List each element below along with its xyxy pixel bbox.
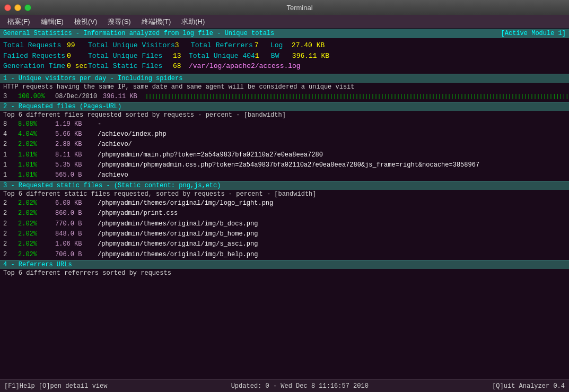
size-s2-2: 5.66 KB — [55, 130, 98, 139]
table-row: 8 8.08% 1.19 KB - — [0, 119, 569, 129]
menu-bar: 檔案(F) 編輯(E) 檢視(V) 搜尋(S) 終端機(T) 求助(H) — [0, 15, 569, 29]
section2-title: 2 - Requested files (Pages-URL) — [3, 103, 121, 110]
section2-desc: Top 6 different files requested sorted b… — [0, 111, 569, 119]
title-bar: Terminal — [0, 0, 569, 15]
vis-count-1: 3 — [3, 93, 18, 100]
size-s2-4: 8.11 KB — [55, 151, 98, 160]
active-module: [Active Module 1] — [501, 30, 566, 37]
size-s2-6: 565.0 B — [55, 171, 98, 180]
status-center: Updated: 0 - Wed Dec 8 11:16:57 2010 — [231, 382, 369, 390]
pct-s2-5: 1.01% — [18, 161, 55, 170]
visitor-row-1: 3 100.00% 08/Dec/2010 396.11 KB ||||||||… — [3, 92, 566, 101]
vis-size-1: 396.11 KB — [103, 93, 145, 100]
pct-s2-3: 2.02% — [18, 140, 55, 149]
general-stats-header: General Statistics - Information analyze… — [0, 29, 569, 38]
section3-data: 2 2.02% 6.00 KB /phpmyadmin/themes/origi… — [0, 198, 569, 260]
general-stats-title: General Statistics - Information analyze… — [3, 30, 274, 37]
section1-data: 3 100.00% 08/Dec/2010 396.11 KB ||||||||… — [0, 91, 569, 102]
status-right: [Q]uit Analyzer 0.4 — [492, 382, 565, 390]
size-s3-6: 706.0 B — [55, 250, 98, 259]
window-title: Terminal — [34, 4, 565, 12]
count-s3-2: 2 — [3, 209, 18, 218]
pct-s3-3: 2.02% — [18, 220, 55, 229]
table-row: 1 1.01% 5.35 KB /phpmyadmin/phpmyadmin.c… — [0, 160, 569, 170]
table-row: 1 1.01% 565.0 B /achievo — [0, 170, 569, 180]
stats-row-3: Generation Time 0 sec Total Static Files… — [3, 61, 566, 72]
menu-help[interactable]: 求助(H) — [176, 16, 210, 28]
pct-s3-6: 2.02% — [18, 250, 55, 259]
size-s2-3: 2.80 KB — [55, 140, 98, 149]
table-row: 2 2.02% 770.0 B /phpmyadmin/themes/origi… — [0, 219, 569, 229]
table-row: 2 2.02% 1.06 KB /phpmyadmin/themes/origi… — [0, 239, 569, 249]
count-s2-3: 2 — [3, 140, 18, 149]
size-s3-3: 770.0 B — [55, 220, 98, 229]
pct-s2-1: 8.08% — [18, 120, 55, 129]
size-s3-4: 848.0 B — [55, 230, 98, 239]
table-row: 2 2.02% 2.80 KB /achievo/ — [0, 140, 569, 150]
terminal: General Statistics - Information analyze… — [0, 29, 569, 379]
size-s2-1: 1.19 KB — [55, 120, 98, 129]
table-row: 2 2.02% 6.00 KB /phpmyadmin/themes/origi… — [0, 198, 569, 208]
path-s3-5: /phpmyadmin/themes/original/img/s_asci.p… — [98, 240, 258, 249]
count-s3-6: 2 — [3, 250, 18, 259]
path-s2-1: - — [98, 120, 101, 129]
table-row: 1 1.01% 8.11 KB /phpmyadmin/main.php?tok… — [0, 150, 569, 160]
path-s2-2: /achievo/index.php — [98, 130, 167, 139]
pct-s3-1: 2.02% — [18, 199, 55, 208]
status-left: [F1]Help [O]pen detail view — [4, 382, 107, 390]
section3-title: 3 - Requested static files - (Static con… — [3, 182, 221, 189]
menu-terminal[interactable]: 終端機(T) — [136, 16, 177, 28]
table-row: 2 2.02% 860.0 B /phpmyadmin/print.css — [0, 208, 569, 219]
pct-s2-6: 1.01% — [18, 171, 55, 180]
vis-date-1: 08/Dec/2010 — [55, 93, 103, 100]
path-s3-6: /phpmyadmin/themes/original/img/b_help.p… — [98, 250, 258, 259]
path-s3-4: /phpmyadmin/themes/original/img/b_home.p… — [98, 230, 258, 239]
count-s3-1: 2 — [3, 199, 18, 208]
section1-desc: HTTP requests having the same IP, same d… — [0, 83, 569, 91]
vis-bar-1: ||||||||||||||||||||||||||||||||||||||||… — [145, 94, 569, 100]
section4-title: 4 - Referrers URLs — [3, 261, 72, 268]
section4-spacer — [0, 277, 569, 293]
close-button[interactable] — [4, 4, 11, 11]
pct-s2-4: 1.01% — [18, 151, 55, 160]
section1-header: 1 - Unique visitors per day - Including … — [0, 74, 569, 83]
stats-row-1: Total Requests 99 Total Unique Visitors … — [3, 40, 566, 51]
section3-header: 3 - Requested static files - (Static con… — [0, 181, 569, 190]
path-s3-2: /phpmyadmin/print.css — [98, 209, 178, 218]
table-row: 4 4.04% 5.66 KB /achievo/index.php — [0, 129, 569, 140]
stats-row-2: Failed Requests 0 Total Unique Files 13 … — [3, 51, 566, 62]
size-s2-5: 5.35 KB — [55, 161, 98, 170]
menu-search[interactable]: 搜尋(S) — [102, 16, 136, 28]
status-bar: [F1]Help [O]pen detail view Updated: 0 -… — [0, 379, 569, 392]
menu-view[interactable]: 檢視(V) — [69, 16, 102, 28]
size-s3-1: 6.00 KB — [55, 199, 98, 208]
path-s2-6: /achievo — [98, 171, 128, 180]
pct-s2-2: 4.04% — [18, 130, 55, 139]
table-row: 2 2.02% 848.0 B /phpmyadmin/themes/origi… — [0, 229, 569, 239]
pct-s3-4: 2.02% — [18, 230, 55, 239]
menu-file[interactable]: 檔案(F) — [2, 16, 36, 28]
menu-edit[interactable]: 編輯(E) — [36, 16, 69, 28]
count-s2-4: 1 — [3, 151, 18, 160]
pct-s3-2: 2.02% — [18, 209, 55, 218]
count-s2-1: 8 — [3, 120, 18, 129]
count-s2-2: 4 — [3, 130, 18, 139]
path-s2-3: /achievo/ — [98, 140, 132, 149]
section2-header: 2 - Requested files (Pages-URL) — [0, 102, 569, 111]
count-s3-4: 2 — [3, 230, 18, 239]
size-s3-5: 1.06 KB — [55, 240, 98, 249]
pct-s3-5: 2.02% — [18, 240, 55, 249]
vis-percent-1: 100.00% — [18, 93, 55, 100]
table-row: 2 2.02% 706.0 B /phpmyadmin/themes/origi… — [0, 250, 569, 260]
path-s2-5: /phpmyadmin/phpmyadmin.css.php?token=2a5… — [98, 161, 479, 170]
section4-header: 4 - Referrers URLs — [0, 260, 569, 269]
minimize-button[interactable] — [14, 4, 21, 11]
section1-title: 1 - Unique visitors per day - Including … — [3, 75, 182, 82]
size-s3-2: 860.0 B — [55, 209, 98, 218]
section2-data: 8 8.08% 1.19 KB - 4 4.04% 5.66 KB /achie… — [0, 119, 569, 181]
maximize-button[interactable] — [24, 4, 31, 11]
main-content[interactable]: General Statistics - Information analyze… — [0, 29, 569, 379]
section4-desc: Top 6 different referrers sorted by requ… — [0, 269, 569, 277]
count-s3-3: 2 — [3, 220, 18, 229]
section3-desc: Top 6 different static files requested, … — [0, 190, 569, 198]
